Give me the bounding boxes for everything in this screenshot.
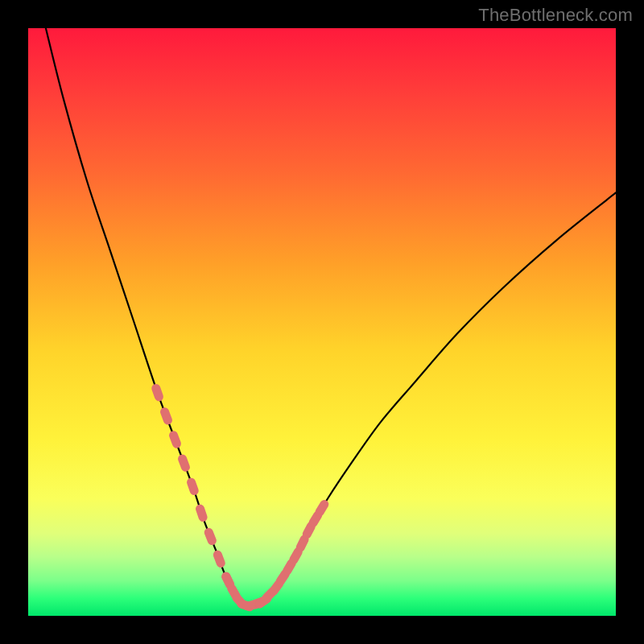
- curve-marker: [167, 430, 182, 449]
- curve-marker: [151, 382, 165, 402]
- curve-marker: [159, 407, 173, 426]
- plot-area: [28, 28, 616, 616]
- curve-marker: [212, 549, 226, 568]
- marker-layer: [151, 382, 331, 612]
- curve-marker: [203, 526, 217, 547]
- curve-marker: [186, 477, 200, 496]
- bottleneck-curve-path: [46, 28, 616, 606]
- watermark-text: TheBottleneck.com: [478, 5, 633, 26]
- curve-marker: [195, 503, 208, 522]
- curve-svg: [28, 28, 616, 616]
- chart-frame: TheBottleneck.com: [0, 0, 644, 644]
- curve-marker: [176, 453, 191, 473]
